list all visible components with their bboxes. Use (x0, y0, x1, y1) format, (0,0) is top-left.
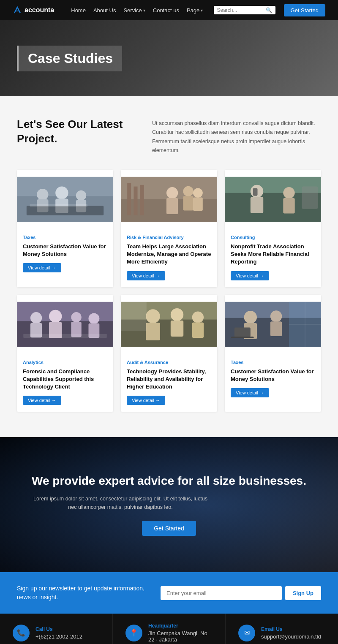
nav-links: Home About Us Service ▾ Contact us Page … (71, 7, 205, 14)
svg-rect-57 (231, 336, 254, 338)
project-tag: Analytics (23, 360, 107, 365)
hero-title-box: Case Studies (17, 46, 122, 71)
project-card-body: Consulting Nonprofit Trade Association S… (225, 229, 321, 287)
nav-item-about[interactable]: About Us (93, 7, 116, 14)
contact-item-phone: 📞 Call Us +(62)21 2002-2012 (0, 614, 113, 644)
project-title: Customer Satisfaction Value for Money So… (231, 368, 315, 383)
nav-item-service[interactable]: Service ▾ (123, 7, 145, 14)
svg-rect-43 (146, 323, 160, 340)
svg-point-19 (193, 188, 203, 198)
svg-point-42 (146, 309, 160, 323)
svg-point-58 (270, 310, 282, 322)
svg-rect-8 (27, 206, 104, 215)
svg-point-35 (71, 312, 81, 322)
nav-item-page[interactable]: Page ▾ (187, 7, 203, 14)
svg-rect-28 (302, 187, 318, 209)
logo[interactable]: accounta (13, 5, 54, 15)
svg-rect-24 (251, 197, 263, 213)
search-input[interactable] (217, 7, 264, 13)
svg-rect-16 (166, 198, 178, 214)
contact-info-phone: Call Us +(62)21 2002-2012 (35, 626, 82, 640)
svg-rect-56 (234, 327, 251, 337)
contact-phone-value: +(62)21 2002-2012 (35, 633, 82, 640)
svg-rect-9 (30, 204, 87, 207)
svg-rect-25 (253, 188, 258, 196)
view-detail-button[interactable]: View detail (231, 388, 269, 397)
latest-description: Ut accumsan phasellus diam interdum conv… (152, 117, 321, 155)
newsletter-email-input[interactable] (161, 586, 282, 600)
get-started-nav-button[interactable]: Get Started (284, 4, 325, 16)
project-card-body: Audit & Assurance Technology Provides St… (121, 354, 217, 412)
svg-rect-18 (183, 196, 193, 210)
svg-rect-48 (121, 302, 147, 330)
view-detail-button[interactable]: View detail (127, 396, 165, 405)
cta-get-started-button[interactable]: Get Started (142, 521, 196, 536)
phone-icon: 📞 (13, 625, 30, 641)
project-card: Audit & Assurance Technology Provides St… (121, 295, 217, 412)
project-card: Consulting Nonprofit Trade Association S… (225, 170, 321, 287)
project-image (225, 295, 321, 354)
location-icon: 📍 (125, 625, 142, 641)
contact-hq-value: Jln Cempaka Wangi, No 22 · Jakarta (148, 630, 213, 643)
svg-rect-47 (192, 322, 204, 337)
project-title: Team Helps Large Association Modernize, … (127, 243, 211, 266)
view-detail-button[interactable]: View detail (23, 396, 61, 405)
project-card-body: Risk & Financial Advisory Team Helps Lar… (121, 229, 217, 287)
newsletter-section: Sign up our newsletter to get update inf… (0, 572, 338, 614)
project-card: Taxes Customer Satisfaction Value for Mo… (225, 295, 321, 412)
view-detail-button[interactable]: View detail (23, 263, 61, 272)
svg-point-26 (283, 187, 294, 198)
project-card: Taxes Customer Satisfaction Value for Mo… (17, 170, 113, 287)
newsletter-form: Sign Up (161, 586, 321, 600)
cta-description: Lorem ipsum dolor sit amet, consectetur … (32, 495, 209, 511)
project-image (121, 170, 217, 229)
project-card-body: Taxes Customer Satisfaction Value for Mo… (225, 354, 321, 404)
svg-rect-27 (283, 198, 294, 213)
latest-heading: Let's See Our Latest Project. (17, 117, 135, 146)
project-tag: Taxes (231, 360, 315, 365)
svg-point-6 (76, 190, 86, 201)
search-bar: 🔍 (214, 6, 275, 14)
svg-point-4 (55, 187, 68, 199)
project-card: Risk & Financial Advisory Team Helps Lar… (121, 170, 217, 287)
navbar: accounta Home About Us Service ▾ Contact… (0, 0, 338, 20)
project-image (225, 170, 321, 229)
svg-rect-13 (134, 187, 137, 215)
page-dropdown-icon: ▾ (201, 8, 203, 13)
contact-call-label: Call Us (35, 626, 82, 632)
svg-point-54 (244, 311, 257, 323)
svg-point-44 (171, 308, 183, 321)
project-card-body: Taxes Customer Satisfaction Value for Mo… (17, 229, 113, 279)
logo-text: accounta (25, 6, 54, 14)
project-title: Customer Satisfaction Value for Money So… (23, 243, 107, 258)
svg-point-37 (88, 313, 99, 324)
contact-bar: 📞 Call Us +(62)21 2002-2012 📍 Headquarte… (0, 614, 338, 644)
contact-item-hq: 📍 Headquarter Jln Cempaka Wangi, No 22 ·… (113, 614, 226, 644)
newsletter-signup-button[interactable]: Sign Up (285, 586, 321, 600)
nav-item-home[interactable]: Home (71, 7, 86, 14)
contact-email-value: support@yourdomain.tld (261, 633, 321, 640)
svg-point-31 (30, 312, 42, 323)
view-detail-button[interactable]: View detail (231, 271, 269, 280)
svg-point-46 (192, 311, 204, 323)
contact-info-email: Email Us support@yourdomain.tld (261, 626, 321, 640)
svg-rect-12 (127, 183, 131, 215)
nav-item-contact[interactable]: Contact us (153, 7, 179, 14)
cta-content: We provide expert advice for all size bu… (32, 473, 306, 536)
contact-item-email: ✉ Email Us support@yourdomain.tld (226, 614, 338, 644)
project-title: Forensic and Compliance Capabilities Sup… (23, 368, 107, 391)
svg-rect-14 (140, 185, 144, 215)
view-detail-button[interactable]: View detail (127, 271, 165, 280)
svg-rect-45 (171, 320, 183, 336)
project-title: Nonprofit Trade Association Seeks More R… (231, 243, 315, 266)
project-grid: Taxes Customer Satisfaction Value for Mo… (17, 170, 321, 412)
contact-email-label: Email Us (261, 626, 321, 632)
svg-rect-39 (23, 334, 107, 337)
service-dropdown-icon: ▾ (143, 8, 145, 13)
project-image (121, 295, 217, 354)
email-icon: ✉ (238, 625, 255, 641)
project-tag: Taxes (23, 235, 107, 240)
svg-point-33 (49, 310, 62, 322)
contact-info-hq: Headquarter Jln Cempaka Wangi, No 22 · J… (148, 623, 213, 643)
latest-header: Let's See Our Latest Project. Ut accumsa… (17, 117, 321, 155)
